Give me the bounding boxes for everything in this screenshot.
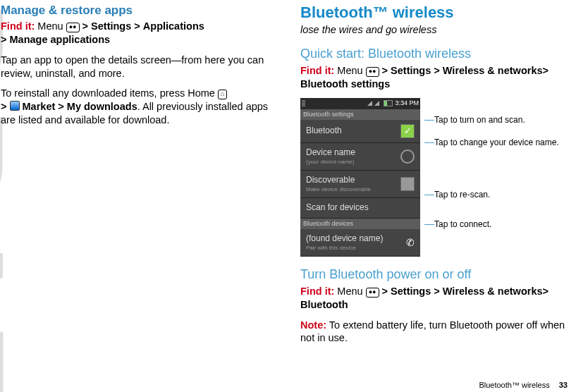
t-settings: Settings: [391, 286, 431, 297]
sep: >: [434, 65, 439, 76]
row-bluetooth[interactable]: Bluetooth ✓: [300, 120, 420, 143]
callout-4: Tap to connect.: [434, 219, 491, 229]
battery-icon: [384, 100, 393, 106]
note-text: To extend battery life, turn Bluetooth p…: [300, 319, 565, 344]
home-icon: ⌂: [218, 90, 227, 99]
turn-note: Note: To extend battery life, turn Bluet…: [300, 319, 570, 345]
row-devicename-sub: (your device name): [306, 159, 400, 166]
page-number: 33: [559, 381, 568, 389]
sep: >: [1, 34, 6, 45]
t-bt: Bluetooth: [300, 299, 348, 310]
path-menu: Menu: [37, 20, 63, 32]
left-heading: Manage & restore apps: [1, 3, 279, 18]
menu-icon: ●●: [366, 67, 379, 77]
row-found-sub: Pair with this device: [306, 245, 406, 252]
row-devicename-label: Device name: [306, 147, 400, 159]
statusbar: 3:34 PM: [300, 98, 420, 109]
sep: >: [543, 65, 549, 76]
bt-devices-header: Bluetooth devices: [300, 219, 420, 230]
callout-1: Tap to turn on and scan.: [434, 115, 525, 125]
menu-icon: ●●: [366, 288, 379, 298]
quick-findit: Find it: Menu ●● > Settings > Wireless &…: [300, 64, 570, 91]
circle-icon[interactable]: [400, 149, 415, 164]
left-column: Manage & restore apps Find it: Menu ●● >…: [1, 3, 279, 352]
tagline: lose the wires and go wireless: [300, 23, 570, 37]
phone-icon: ✆: [406, 236, 415, 249]
grip-icon: [302, 100, 305, 107]
t-menu: Menu: [337, 286, 362, 297]
path-settings: Settings: [91, 20, 131, 32]
findit-label: Find it:: [300, 65, 334, 76]
right-heading: Bluetooth™ wireless: [300, 3, 570, 23]
body2a: To reinstall any downloaded items, press…: [1, 87, 215, 99]
sep: >: [434, 286, 439, 297]
path-apps: Applications: [143, 20, 204, 32]
row-found-label: (found device name): [306, 233, 406, 245]
turn-findit: Find it: Menu ●● > Settings > Wireless &…: [300, 285, 570, 312]
footer-section: Bluetooth™ wireless: [479, 381, 549, 389]
right-column: Bluetooth™ wireless lose the wires and g…: [300, 3, 570, 352]
note-label: Note:: [300, 319, 326, 331]
row-found[interactable]: (found device name) Pair with this devic…: [300, 229, 420, 257]
screen-title: Bluetooth settings: [300, 109, 420, 121]
sep: >: [1, 101, 6, 112]
callout-2: Tap to change your device name.: [434, 137, 559, 147]
quick-heading: Quick start: Bluetooth wireless: [300, 46, 570, 62]
sep: >: [58, 101, 63, 112]
path-manage: Manage applications: [10, 34, 111, 45]
callout-2-text: Tap to change your device name.: [434, 137, 559, 147]
findit-label: Find it:: [1, 20, 35, 32]
turn-heading: Turn Bluetooth power on or off: [300, 267, 570, 283]
row-devicename[interactable]: Device name (your device name): [300, 143, 420, 171]
callout-1-text: Tap to turn on and scan.: [434, 115, 525, 125]
q-wn: Wireless & networks: [443, 65, 543, 76]
menu-icon: ●●: [66, 23, 80, 32]
callout-3: Tap to re-scan.: [434, 190, 490, 200]
sep: >: [382, 65, 388, 76]
q-menu: Menu: [337, 65, 362, 76]
left-body1: Tap an app to open the details screen—fr…: [1, 54, 279, 80]
callouts: Tap to turn on and scan. Tap to change y…: [424, 98, 570, 257]
phone-screenshot: 3:34 PM Bluetooth settings Bluetooth ✓ D…: [300, 98, 420, 257]
sep: >: [543, 286, 549, 297]
row-scan[interactable]: Scan for devices: [300, 198, 420, 219]
findit-label: Find it:: [300, 286, 334, 297]
footer: Bluetooth™ wireless 33: [479, 381, 568, 389]
market-icon: [10, 101, 20, 111]
left-findit: Find it: Menu ●● > Settings > Applicatio…: [1, 20, 279, 47]
callout-4-text: Tap to connect.: [434, 219, 491, 229]
row-discoverable-sub: Make device discoverable: [306, 186, 400, 193]
sep: >: [134, 20, 140, 32]
q-bs: Bluetooth settings: [300, 78, 390, 90]
market-label: Market: [23, 101, 56, 112]
status-time: 3:34 PM: [395, 99, 419, 108]
row-discoverable-label: Discoverable: [306, 175, 400, 186]
checkbox-on-icon[interactable]: ✓: [400, 124, 415, 138]
row-bluetooth-label: Bluetooth: [306, 125, 400, 137]
signal2-icon: [374, 101, 379, 106]
callout-3-text: Tap to re-scan.: [434, 190, 490, 200]
signal-icon: [367, 101, 372, 106]
sep: >: [82, 20, 88, 32]
q-settings: Settings: [391, 65, 431, 76]
t-wn: Wireless & networks: [443, 286, 543, 297]
checkbox-off-icon[interactable]: [400, 177, 415, 191]
left-body2: To reinstall any downloaded items, press…: [1, 87, 279, 127]
sep: >: [382, 286, 388, 297]
mydownloads-label: My downloads: [67, 101, 137, 112]
row-scan-label: Scan for devices: [306, 202, 415, 214]
row-discoverable[interactable]: Discoverable Make device discoverable: [300, 171, 420, 198]
